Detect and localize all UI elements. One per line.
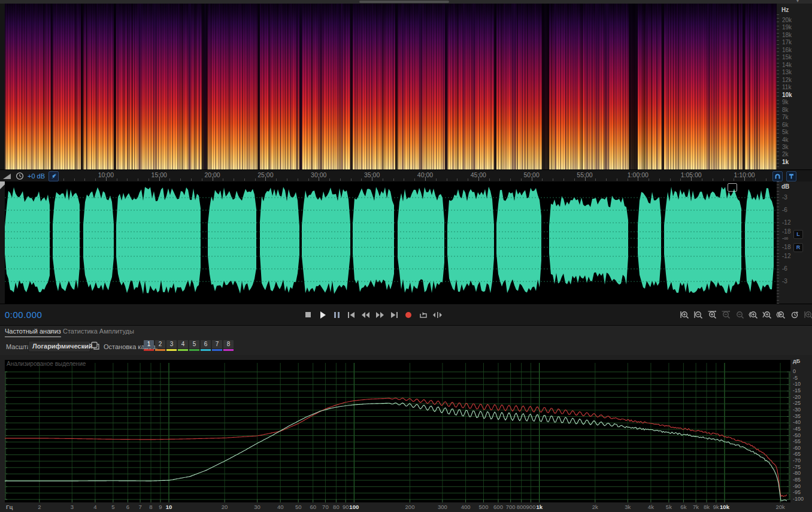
fast-forward-button[interactable] xyxy=(373,310,386,320)
frame-hold-number: 4 xyxy=(178,340,188,349)
frequency-tick-label: 7 xyxy=(138,504,141,510)
frame-hold-number: 7 xyxy=(212,340,222,349)
skip-start-button[interactable] xyxy=(344,310,357,320)
zoom-to-selection-button[interactable] xyxy=(705,310,719,320)
spectrogram-display[interactable] xyxy=(5,4,777,169)
timeline-tick xyxy=(361,178,362,181)
zoom-toolbar xyxy=(678,310,812,320)
timeline-tick xyxy=(169,178,170,181)
timeline-time-label: 1:05:00 xyxy=(681,171,702,178)
tab-amplitude-statistics[interactable]: Статистика Амплитуды xyxy=(63,328,134,335)
stop-button[interactable] xyxy=(301,310,314,320)
playhead-time-display[interactable]: 0:00.000 xyxy=(5,310,42,320)
timeline-ruler[interactable]: :0010:0015:0020:0025:0030:0035:0040:0045… xyxy=(0,169,812,181)
zoom-in-at-in-point-button[interactable] xyxy=(747,310,760,320)
zoom-in-at-out-point-button[interactable] xyxy=(761,310,774,320)
rewind-icon xyxy=(359,310,372,320)
clock-icon[interactable] xyxy=(16,172,24,180)
timeline-time-label: 25:00 xyxy=(257,171,273,178)
status-bar: 0:00.000 xyxy=(0,304,812,325)
amplitude-tick-label: -6 xyxy=(782,265,787,272)
timeline-tick xyxy=(468,178,468,181)
vertical-zoom-button xyxy=(802,310,812,320)
frequency-tick-label: 6k xyxy=(782,122,806,128)
frequency-ruler: Hz 20k19k18k17k16k15k14k13k12k11k10k9k8k… xyxy=(777,4,812,169)
frequency-tick-label: 13k xyxy=(782,69,806,75)
rewind-button[interactable] xyxy=(359,310,372,320)
frequency-tick-label: 6k xyxy=(680,504,686,510)
skip-cursor-button[interactable] xyxy=(431,310,444,320)
zoom-out-button[interactable] xyxy=(692,310,705,320)
zoom-to-selection-width-button[interactable] xyxy=(774,310,787,320)
amplitude-tick-label: -12 xyxy=(782,253,790,259)
frequency-tick-label: 300 xyxy=(438,504,447,510)
timeline-tick xyxy=(404,178,404,181)
frequency-tick-label: 1k xyxy=(536,504,543,510)
frame-hold-color-swatch xyxy=(201,349,211,351)
zoom-to-selection-icon xyxy=(707,310,717,320)
frame-hold-color-swatch xyxy=(212,349,222,351)
frequency-tick-label: 100 xyxy=(349,504,359,510)
frame-hold-7-button[interactable]: 7 xyxy=(212,340,222,351)
panel-handle-icon[interactable] xyxy=(728,183,737,192)
pin-marker-icon xyxy=(788,173,795,180)
channel-left-button[interactable]: L xyxy=(793,230,803,239)
frame-hold-5-button[interactable]: 5 xyxy=(189,340,199,351)
timeline-tick xyxy=(308,178,309,181)
skip-end-button[interactable] xyxy=(387,310,401,320)
frame-hold-6-button[interactable]: 6 xyxy=(201,340,211,351)
zoom-in-button[interactable] xyxy=(678,310,691,320)
amplitude-tick-label: -18 xyxy=(782,244,790,250)
skip-cursor-icon xyxy=(431,310,444,320)
frequency-tick-label: 16k xyxy=(782,47,806,53)
frame-hold-3-button[interactable]: 3 xyxy=(166,340,177,351)
timeline-tick xyxy=(659,178,660,181)
db-tick-label: -20 xyxy=(793,394,801,400)
waveform-display[interactable] xyxy=(5,181,777,304)
frequency-tick-label: 9k xyxy=(713,504,719,510)
frequency-tick-label: 7k xyxy=(782,114,806,120)
timeline-tick xyxy=(180,178,181,181)
timeline-tick xyxy=(521,178,522,181)
scale-select[interactable]: Логарифмический ⌄ xyxy=(28,341,90,352)
frame-hold-number: 8 xyxy=(223,340,234,349)
timeline-tick xyxy=(553,178,553,181)
pin-display-toggle-button[interactable] xyxy=(786,171,796,181)
frame-hold-2-button[interactable]: 2 xyxy=(155,340,165,351)
channel-right-button[interactable]: R xyxy=(793,243,803,252)
loop-button[interactable] xyxy=(416,310,429,320)
frame-hold-8-button[interactable]: 8 xyxy=(223,340,234,351)
frame-hold-4-button[interactable]: 4 xyxy=(178,340,188,351)
timeline-tick xyxy=(340,178,341,181)
vertical-zoom-icon xyxy=(804,310,812,320)
frequency-tick-label: 4k xyxy=(648,504,654,510)
copy-graph-button[interactable] xyxy=(90,341,101,351)
waveform-panel: dB -3-6-12-18-∞-18-12-6-3 L R xyxy=(0,181,812,304)
frequency-tick-label: 1k xyxy=(782,159,806,165)
snap-toggle-button[interactable] xyxy=(49,171,59,181)
frequency-analysis-panel: Частотный анализ ≡ Статистика Амплитуды … xyxy=(0,325,812,512)
frequency-tick-label: 3k xyxy=(625,504,631,510)
spectral-display-toggle-button[interactable] xyxy=(772,171,783,181)
volume-ramp-icon[interactable] xyxy=(2,172,12,180)
reset-zoom-button[interactable] xyxy=(788,310,801,320)
frame-hold-1-button[interactable]: 1 xyxy=(144,340,154,351)
pause-button[interactable] xyxy=(330,310,343,320)
play-button[interactable] xyxy=(316,310,329,320)
record-button[interactable] xyxy=(402,310,415,320)
timeline-tick xyxy=(191,178,192,181)
x-axis-unit: Гц xyxy=(6,504,13,510)
panel-menu-icon[interactable]: ≡ xyxy=(49,328,53,335)
horseshoe-icon xyxy=(774,173,781,180)
db-tick-label: -90 xyxy=(793,483,801,489)
zoom-in-at-out-point-icon xyxy=(762,310,772,320)
scrollbar-handle[interactable] xyxy=(359,1,449,3)
db-tick-label: -55 xyxy=(793,438,801,444)
db-tick-label: -80 xyxy=(793,470,801,476)
frequency-graph-plot[interactable]: Анализированое выделение xyxy=(5,360,790,502)
timeline-tick xyxy=(766,178,766,181)
frame-hold-color-swatch xyxy=(189,349,199,351)
timeline-tick xyxy=(255,178,256,181)
volume-gain-value[interactable]: +0 dB xyxy=(28,172,45,180)
db-tick-label: -10 xyxy=(793,381,801,387)
